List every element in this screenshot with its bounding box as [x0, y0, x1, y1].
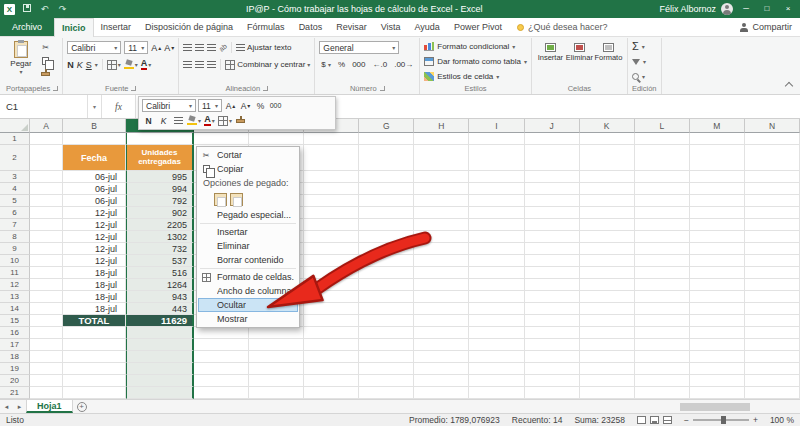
cell-K4[interactable] [580, 183, 635, 195]
cell-K13[interactable] [580, 291, 635, 303]
cell-E1[interactable] [249, 133, 304, 145]
cell-N5[interactable] [745, 195, 800, 207]
dialog-launcher-icon[interactable] [263, 86, 268, 91]
cell-H17[interactable] [414, 339, 469, 351]
cell-C6[interactable]: 902 [126, 207, 194, 219]
tell-me-search[interactable]: ¿Qué desea hacer? [509, 18, 616, 36]
cell-N8[interactable] [745, 231, 800, 243]
cell-M17[interactable] [690, 339, 745, 351]
cell-C19[interactable] [126, 363, 194, 375]
cell-J15[interactable] [525, 315, 580, 327]
cell-C11[interactable]: 516 [126, 267, 194, 279]
tab-vista[interactable]: Vista [374, 18, 408, 36]
cell-D18[interactable] [194, 351, 249, 363]
cell-A6[interactable] [30, 207, 63, 219]
cell-N2[interactable] [745, 145, 800, 171]
cell-A2[interactable] [30, 145, 63, 171]
cell-F8[interactable] [304, 231, 359, 243]
cell-H13[interactable] [414, 291, 469, 303]
cell-N4[interactable] [745, 183, 800, 195]
cell-K17[interactable] [580, 339, 635, 351]
name-box[interactable]: C1 [0, 95, 88, 118]
mini-grow-font-button[interactable]: A▴ [224, 99, 237, 112]
cell-M4[interactable] [690, 183, 745, 195]
cell-F1[interactable] [304, 133, 359, 145]
borders-button[interactable]: ▾ [107, 60, 121, 70]
cell-J12[interactable] [525, 279, 580, 291]
cell-I17[interactable] [469, 339, 524, 351]
cell-B10[interactable]: 12-jul [63, 255, 126, 267]
cell-J6[interactable] [525, 207, 580, 219]
cell-N14[interactable] [745, 303, 800, 315]
row-header-1[interactable]: 1 [0, 133, 30, 145]
cell-M7[interactable] [690, 219, 745, 231]
align-right-icon[interactable] [207, 61, 216, 68]
column-header-A[interactable]: A [30, 119, 63, 133]
cell-M16[interactable] [690, 327, 745, 339]
italic-button[interactable]: K [77, 60, 83, 70]
cell-C14[interactable]: 443 [126, 303, 194, 315]
cell-M14[interactable] [690, 303, 745, 315]
cell-I15[interactable] [469, 315, 524, 327]
cell-C21[interactable] [126, 387, 194, 399]
row-header-16[interactable]: 16 [0, 327, 30, 339]
cell-I10[interactable] [469, 255, 524, 267]
dialog-launcher-icon[interactable] [380, 86, 385, 91]
mini-font-size-select[interactable]: 11▾ [198, 99, 222, 112]
close-button[interactable]: × [780, 0, 796, 18]
zoom-slider-thumb[interactable] [721, 416, 726, 424]
cell-L5[interactable] [635, 195, 690, 207]
row-header-4[interactable]: 4 [0, 183, 30, 195]
cell-J11[interactable] [525, 267, 580, 279]
cell-C5[interactable]: 792 [126, 195, 194, 207]
cell-H11[interactable] [414, 267, 469, 279]
cell-M10[interactable] [690, 255, 745, 267]
find-select-button[interactable]: ▾ [632, 70, 657, 83]
cell-K14[interactable] [580, 303, 635, 315]
mini-font-name-select[interactable]: Calibri▾ [142, 99, 196, 112]
cell-H3[interactable] [414, 171, 469, 183]
cell-F4[interactable] [304, 183, 359, 195]
column-header-J[interactable]: J [525, 119, 580, 133]
cell-J2[interactable] [525, 145, 580, 171]
cell-B9[interactable]: 12-jul [63, 243, 126, 255]
cell-B7[interactable]: 12-jul [63, 219, 126, 231]
cell-K20[interactable] [580, 375, 635, 387]
currency-format-button[interactable]: $ ▾ [319, 60, 333, 69]
cell-M5[interactable] [690, 195, 745, 207]
cell-A17[interactable] [30, 339, 63, 351]
menu-item-pegado-especial[interactable]: Pegado especial... [198, 208, 298, 222]
cell-G15[interactable] [359, 315, 414, 327]
orientation-icon[interactable]: ab [218, 42, 228, 52]
cell-A14[interactable] [30, 303, 63, 315]
cell-A1[interactable] [30, 133, 63, 145]
number-format-select[interactable]: General▾ [319, 41, 399, 54]
select-all-corner[interactable] [0, 119, 30, 133]
column-header-G[interactable]: G [359, 119, 414, 133]
sort-filter-button[interactable]: ▾ [632, 55, 657, 68]
tab-datos[interactable]: Datos [292, 18, 330, 36]
cell-K15[interactable] [580, 315, 635, 327]
cell-M9[interactable] [690, 243, 745, 255]
cell-C13[interactable]: 943 [126, 291, 194, 303]
cell-J17[interactable] [525, 339, 580, 351]
cell-B18[interactable] [63, 351, 126, 363]
mini-fill-color-button[interactable]: ▾ [187, 114, 201, 127]
column-header-H[interactable]: H [414, 119, 469, 133]
cell-L2[interactable] [635, 145, 690, 171]
cell-E20[interactable] [249, 375, 304, 387]
row-header-3[interactable]: 3 [0, 171, 30, 183]
cell-L18[interactable] [635, 351, 690, 363]
cell-B16[interactable] [63, 327, 126, 339]
menu-item-borrar-contenido[interactable]: Borrar contenido [198, 253, 298, 267]
cell-G18[interactable] [359, 351, 414, 363]
cell-L21[interactable] [635, 387, 690, 399]
cell-F19[interactable] [304, 363, 359, 375]
cell-C20[interactable] [126, 375, 194, 387]
row-header-14[interactable]: 14 [0, 303, 30, 315]
cell-L6[interactable] [635, 207, 690, 219]
column-header-M[interactable]: M [690, 119, 745, 133]
tab-revisar[interactable]: Revisar [329, 18, 374, 36]
cell-I8[interactable] [469, 231, 524, 243]
font-name-select[interactable]: Calibri▾ [67, 41, 121, 54]
